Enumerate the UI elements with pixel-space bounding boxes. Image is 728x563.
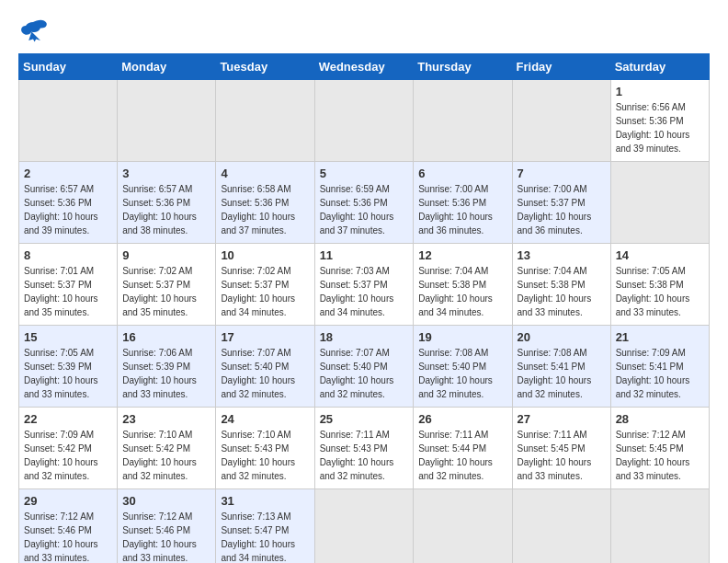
calendar-cell: 25Sunrise: 7:11 AM Sunset: 5:43 PM Dayli… xyxy=(314,408,414,489)
day-info: Sunrise: 7:04 AM Sunset: 5:38 PM Dayligh… xyxy=(518,264,606,319)
calendar-cell: 4Sunrise: 6:58 AM Sunset: 5:36 PM Daylig… xyxy=(216,162,314,244)
day-info: Sunrise: 7:12 AM Sunset: 5:46 PM Dayligh… xyxy=(122,510,210,563)
calendar-cell xyxy=(414,80,512,162)
calendar-cell xyxy=(216,80,314,162)
day-info: Sunrise: 7:07 AM Sunset: 5:40 PM Dayligh… xyxy=(221,346,309,401)
day-info: Sunrise: 7:05 AM Sunset: 5:38 PM Dayligh… xyxy=(616,264,704,319)
day-number: 22 xyxy=(24,412,112,426)
calendar-cell: 9Sunrise: 7:02 AM Sunset: 5:37 PM Daylig… xyxy=(118,244,216,326)
day-info: Sunrise: 7:02 AM Sunset: 5:37 PM Dayligh… xyxy=(122,264,210,319)
day-number: 14 xyxy=(616,248,704,262)
calendar-table: SundayMondayTuesdayWednesdayThursdayFrid… xyxy=(18,53,710,563)
day-info: Sunrise: 7:12 AM Sunset: 5:45 PM Dayligh… xyxy=(616,428,704,483)
day-number: 13 xyxy=(518,248,606,262)
header-thursday: Thursday xyxy=(414,54,512,80)
calendar-week-6: 29Sunrise: 7:12 AM Sunset: 5:46 PM Dayli… xyxy=(19,489,710,564)
day-number: 30 xyxy=(122,494,210,508)
calendar-cell: 21Sunrise: 7:09 AM Sunset: 5:41 PM Dayli… xyxy=(610,326,709,408)
header-wednesday: Wednesday xyxy=(314,54,414,80)
calendar-cell xyxy=(512,80,610,162)
calendar-cell: 16Sunrise: 7:06 AM Sunset: 5:39 PM Dayli… xyxy=(118,326,216,408)
day-number: 12 xyxy=(418,248,506,262)
calendar-week-5: 22Sunrise: 7:09 AM Sunset: 5:42 PM Dayli… xyxy=(19,408,710,489)
calendar-cell: 22Sunrise: 7:09 AM Sunset: 5:42 PM Dayli… xyxy=(19,408,118,489)
calendar-cell xyxy=(19,80,118,162)
header-friday: Friday xyxy=(512,54,610,80)
day-number: 15 xyxy=(24,330,112,344)
header-sunday: Sunday xyxy=(19,54,118,80)
day-info: Sunrise: 7:10 AM Sunset: 5:43 PM Dayligh… xyxy=(221,428,309,483)
day-info: Sunrise: 7:11 AM Sunset: 5:45 PM Dayligh… xyxy=(518,428,606,483)
calendar-cell: 1Sunrise: 6:56 AM Sunset: 5:36 PM Daylig… xyxy=(610,80,709,162)
header-tuesday: Tuesday xyxy=(216,54,314,80)
calendar-cell xyxy=(314,489,414,564)
day-number: 26 xyxy=(418,412,506,426)
day-info: Sunrise: 7:13 AM Sunset: 5:47 PM Dayligh… xyxy=(221,510,309,563)
day-number: 17 xyxy=(221,330,309,344)
day-info: Sunrise: 7:00 AM Sunset: 5:36 PM Dayligh… xyxy=(418,182,506,237)
calendar-cell: 13Sunrise: 7:04 AM Sunset: 5:38 PM Dayli… xyxy=(512,244,610,326)
calendar-cell: 5Sunrise: 6:59 AM Sunset: 5:36 PM Daylig… xyxy=(314,162,414,244)
calendar-cell: 24Sunrise: 7:10 AM Sunset: 5:43 PM Dayli… xyxy=(216,408,314,489)
day-number: 24 xyxy=(221,412,309,426)
calendar-cell: 8Sunrise: 7:01 AM Sunset: 5:37 PM Daylig… xyxy=(19,244,118,326)
day-info: Sunrise: 7:01 AM Sunset: 5:37 PM Dayligh… xyxy=(24,264,112,319)
day-info: Sunrise: 6:58 AM Sunset: 5:36 PM Dayligh… xyxy=(221,182,309,237)
calendar-cell xyxy=(512,489,610,564)
calendar-cell: 10Sunrise: 7:02 AM Sunset: 5:37 PM Dayli… xyxy=(216,244,314,326)
calendar-cell: 28Sunrise: 7:12 AM Sunset: 5:45 PM Dayli… xyxy=(610,408,709,489)
logo-icon xyxy=(18,18,48,44)
day-info: Sunrise: 6:56 AM Sunset: 5:36 PM Dayligh… xyxy=(616,100,704,155)
day-info: Sunrise: 7:08 AM Sunset: 5:40 PM Dayligh… xyxy=(418,346,506,401)
day-number: 27 xyxy=(518,412,606,426)
day-info: Sunrise: 7:09 AM Sunset: 5:42 PM Dayligh… xyxy=(24,428,112,483)
calendar-week-4: 15Sunrise: 7:05 AM Sunset: 5:39 PM Dayli… xyxy=(19,326,710,408)
calendar-cell: 12Sunrise: 7:04 AM Sunset: 5:38 PM Dayli… xyxy=(414,244,512,326)
day-info: Sunrise: 7:12 AM Sunset: 5:46 PM Dayligh… xyxy=(24,510,112,563)
day-info: Sunrise: 7:09 AM Sunset: 5:41 PM Dayligh… xyxy=(616,346,704,401)
day-number: 29 xyxy=(24,494,112,508)
calendar-cell: 3Sunrise: 6:57 AM Sunset: 5:36 PM Daylig… xyxy=(118,162,216,244)
day-number: 23 xyxy=(122,412,210,426)
day-info: Sunrise: 6:59 AM Sunset: 5:36 PM Dayligh… xyxy=(320,182,409,237)
calendar-cell: 27Sunrise: 7:11 AM Sunset: 5:45 PM Dayli… xyxy=(512,408,610,489)
day-number: 16 xyxy=(122,330,210,344)
day-number: 7 xyxy=(518,167,606,180)
calendar-cell: 26Sunrise: 7:11 AM Sunset: 5:44 PM Dayli… xyxy=(414,408,512,489)
page-header xyxy=(18,18,710,44)
calendar-cell xyxy=(118,80,216,162)
calendar-cell: 30Sunrise: 7:12 AM Sunset: 5:46 PM Dayli… xyxy=(118,489,216,564)
day-info: Sunrise: 7:08 AM Sunset: 5:41 PM Dayligh… xyxy=(518,346,606,401)
day-number: 28 xyxy=(616,412,704,426)
day-number: 6 xyxy=(418,167,506,180)
day-info: Sunrise: 7:00 AM Sunset: 5:37 PM Dayligh… xyxy=(518,182,606,237)
day-info: Sunrise: 6:57 AM Sunset: 5:36 PM Dayligh… xyxy=(122,182,210,237)
day-number: 10 xyxy=(221,248,309,262)
header-monday: Monday xyxy=(118,54,216,80)
calendar-cell: 29Sunrise: 7:12 AM Sunset: 5:46 PM Dayli… xyxy=(19,489,118,564)
calendar-cell: 7Sunrise: 7:00 AM Sunset: 5:37 PM Daylig… xyxy=(512,162,610,244)
calendar-cell: 20Sunrise: 7:08 AM Sunset: 5:41 PM Dayli… xyxy=(512,326,610,408)
calendar-cell: 17Sunrise: 7:07 AM Sunset: 5:40 PM Dayli… xyxy=(216,326,314,408)
day-info: Sunrise: 7:11 AM Sunset: 5:43 PM Dayligh… xyxy=(320,428,409,483)
calendar-cell: 18Sunrise: 7:07 AM Sunset: 5:40 PM Dayli… xyxy=(314,326,414,408)
calendar-cell: 15Sunrise: 7:05 AM Sunset: 5:39 PM Dayli… xyxy=(19,326,118,408)
day-info: Sunrise: 6:57 AM Sunset: 5:36 PM Dayligh… xyxy=(24,182,112,237)
day-number: 1 xyxy=(616,85,704,98)
day-number: 3 xyxy=(122,167,210,180)
day-number: 19 xyxy=(418,330,506,344)
day-info: Sunrise: 7:03 AM Sunset: 5:37 PM Dayligh… xyxy=(320,264,409,319)
calendar-cell: 2Sunrise: 6:57 AM Sunset: 5:36 PM Daylig… xyxy=(19,162,118,244)
day-number: 9 xyxy=(122,248,210,262)
logo xyxy=(18,18,51,44)
day-number: 11 xyxy=(320,248,409,262)
calendar-week-3: 8Sunrise: 7:01 AM Sunset: 5:37 PM Daylig… xyxy=(19,244,710,326)
day-info: Sunrise: 7:10 AM Sunset: 5:42 PM Dayligh… xyxy=(122,428,210,483)
day-number: 8 xyxy=(24,248,112,262)
day-number: 5 xyxy=(320,167,409,180)
calendar-cell xyxy=(610,162,709,244)
calendar-cell xyxy=(314,80,414,162)
day-number: 21 xyxy=(616,330,704,344)
calendar-cell: 14Sunrise: 7:05 AM Sunset: 5:38 PM Dayli… xyxy=(610,244,709,326)
calendar-cell: 11Sunrise: 7:03 AM Sunset: 5:37 PM Dayli… xyxy=(314,244,414,326)
